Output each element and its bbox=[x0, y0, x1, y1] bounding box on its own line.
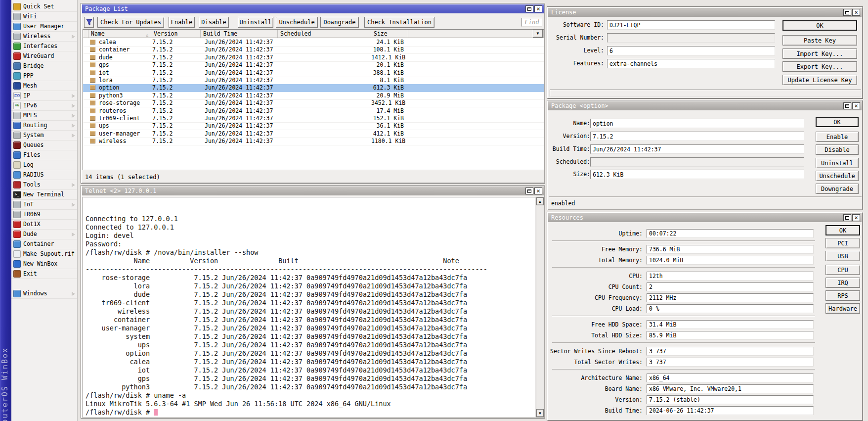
sidebar-item-make-supout-rif[interactable]: Make Supout.rif bbox=[11, 249, 77, 259]
toolbar-button-check-for-updates[interactable]: Check For Updates bbox=[97, 17, 164, 28]
toolbar-button-downgrade[interactable]: Downgrade bbox=[320, 17, 359, 28]
column-header-size[interactable]: Size bbox=[371, 30, 408, 38]
sidebar-item-tr069[interactable]: TR069 bbox=[11, 210, 77, 220]
resources-ok-button[interactable]: OK bbox=[825, 225, 860, 235]
table-row[interactable]: calea7.15.2Jun/26/2024 11:42:3724.1 KiB bbox=[83, 39, 544, 47]
resources-field-sector-writes-since-reboot-[interactable]: 3 737 bbox=[647, 347, 814, 356]
toolbar-button-check-installation[interactable]: Check Installation bbox=[364, 17, 434, 28]
sidebar-item-wifi[interactable]: WiFi bbox=[11, 12, 77, 22]
license-field-features-[interactable]: extra-channels bbox=[607, 59, 775, 68]
column-header-blank[interactable] bbox=[408, 30, 544, 38]
package-unschedule-button[interactable]: Unschedule bbox=[816, 171, 859, 181]
table-row[interactable]: user-manager7.15.2Jun/26/2024 11:42:3741… bbox=[83, 130, 544, 138]
license-paste-key-button[interactable]: Paste Key bbox=[782, 35, 857, 46]
package-ok-button[interactable]: OK bbox=[816, 117, 859, 127]
sidebar-item-tools[interactable]: Tools bbox=[11, 180, 77, 190]
sidebar-item-mesh[interactable]: Mesh bbox=[11, 81, 77, 91]
resources-usb-button[interactable]: USB bbox=[825, 251, 860, 261]
package-option-titlebar[interactable]: Package <option> × bbox=[548, 101, 862, 110]
sidebar-item-container[interactable]: Container bbox=[11, 239, 77, 249]
close-icon[interactable]: × bbox=[852, 9, 860, 16]
license-import-key--button[interactable]: Import Key... bbox=[782, 48, 857, 59]
license-field-level-[interactable]: 6 bbox=[607, 46, 775, 55]
column-header-blank[interactable] bbox=[83, 30, 88, 38]
package-list-titlebar[interactable]: Package List × bbox=[82, 4, 544, 13]
resources-cpu-button[interactable]: CPU bbox=[825, 265, 860, 275]
package-field-size-[interactable]: 612.3 KiB bbox=[590, 170, 804, 179]
maximize-icon[interactable] bbox=[843, 102, 851, 109]
close-icon[interactable]: × bbox=[534, 5, 542, 12]
maximize-icon[interactable] bbox=[525, 187, 533, 194]
resources-titlebar[interactable]: Resources × bbox=[548, 213, 862, 222]
maximize-icon[interactable] bbox=[843, 9, 851, 16]
column-header-scheduled[interactable]: Scheduled bbox=[278, 30, 371, 38]
resources-rps-button[interactable]: RPS bbox=[825, 290, 860, 301]
resources-field-build-time-[interactable]: 2024-06-26 11:42:37 bbox=[647, 406, 814, 415]
sidebar-item-user-manager[interactable]: User Manager bbox=[11, 22, 77, 32]
package-enable-button[interactable]: Enable bbox=[816, 132, 859, 142]
table-row[interactable]: iot7.15.2Jun/26/2024 11:42:37388.1 KiB bbox=[83, 69, 544, 77]
sidebar-item-files[interactable]: Files bbox=[11, 150, 77, 160]
resources-hardware-button[interactable]: Hardware bbox=[825, 303, 860, 314]
sidebar-item-new-terminal[interactable]: >_New Terminal bbox=[11, 190, 77, 200]
resources-irq-button[interactable]: IRQ bbox=[825, 278, 860, 288]
find-input[interactable] bbox=[521, 18, 542, 27]
table-row[interactable]: lora7.15.2Jun/26/2024 11:42:378.1 KiB bbox=[83, 77, 544, 85]
toolbar-button-uninstall[interactable]: Uninstall bbox=[238, 17, 273, 28]
table-row[interactable]: option7.15.2Jun/26/2024 11:42:37612.3 Ki… bbox=[83, 84, 544, 92]
toolbar-button-unschedule[interactable]: Unschedule bbox=[276, 17, 318, 28]
resources-pci-button[interactable]: PCI bbox=[825, 238, 860, 248]
package-field-build-time-[interactable]: Jun/26/2024 11:42:37 bbox=[590, 144, 804, 154]
terminal-area[interactable]: Connecting to 127.0.0.1 Connected to 127… bbox=[83, 197, 536, 418]
resources-field-cpu-frequency-[interactable]: 2112 MHz bbox=[647, 293, 814, 302]
package-uninstall-button[interactable]: Uninstall bbox=[816, 158, 859, 168]
resources-field-board-name-[interactable]: x86 VMware, Inc. VMware20,1 bbox=[647, 384, 814, 393]
resources-field-cpu-[interactable]: 12th bbox=[647, 272, 814, 281]
sidebar-item-iot[interactable]: IoT bbox=[11, 200, 77, 210]
sidebar-item-ppp[interactable]: PPP bbox=[11, 71, 77, 81]
sidebar-item-log[interactable]: Log bbox=[11, 160, 77, 170]
sidebar-item-mpls[interactable]: MPLS bbox=[11, 111, 77, 121]
resources-field-cpu-count-[interactable]: 2 bbox=[647, 282, 814, 291]
sidebar-item-wireless[interactable]: Wireless bbox=[11, 32, 77, 42]
resources-field-uptime-[interactable]: 00:07:22 bbox=[647, 229, 814, 238]
sidebar-item-bridge[interactable]: Bridge bbox=[11, 61, 77, 71]
sidebar-item-interfaces[interactable]: Interfaces bbox=[11, 42, 77, 51]
sidebar-item-windows[interactable]: Windows bbox=[11, 289, 77, 299]
resources-field-architecture-name-[interactable]: x86_64 bbox=[647, 374, 814, 382]
table-row[interactable]: tr069-client7.15.2Jun/26/2024 11:42:3715… bbox=[83, 115, 544, 123]
package-field-name-[interactable]: option bbox=[590, 119, 804, 128]
table-row[interactable]: wireless7.15.2Jun/26/2024 11:42:371180.1… bbox=[83, 138, 544, 145]
close-icon[interactable]: × bbox=[534, 187, 542, 194]
resources-field-total-sector-writes-[interactable]: 3 737 bbox=[647, 358, 814, 367]
license-field-serial-number-[interactable] bbox=[607, 33, 775, 43]
resources-field-total-hdd-size-[interactable]: 85.9 MiB bbox=[647, 331, 814, 340]
table-row[interactable]: container7.15.2Jun/26/2024 11:42:37108.1… bbox=[83, 46, 544, 54]
table-row[interactable]: routeros7.15.2Jun/26/2024 11:42:3717.4 M… bbox=[83, 107, 544, 115]
column-header-version[interactable]: Version bbox=[151, 30, 201, 38]
table-row[interactable]: gps7.15.2Jun/26/2024 11:42:3720.1 KiB bbox=[83, 61, 544, 69]
sidebar-item-routing[interactable]: Routing bbox=[11, 121, 77, 131]
scroll-down-icon[interactable]: ▼ bbox=[536, 409, 544, 417]
sidebar-item-exit[interactable]: Exit bbox=[11, 269, 77, 279]
package-field-scheduled-[interactable] bbox=[590, 157, 804, 167]
table-row[interactable]: rose-storage7.15.2Jun/26/2024 11:42:3734… bbox=[83, 99, 544, 107]
license-ok-button[interactable]: OK bbox=[782, 20, 857, 31]
package-downgrade-button[interactable]: Downgrade bbox=[816, 184, 859, 194]
resources-field-version-[interactable]: 7.15.2 (stable) bbox=[647, 395, 814, 404]
license-titlebar[interactable]: License × bbox=[548, 8, 862, 17]
sidebar-item-new-winbox[interactable]: New WinBox bbox=[11, 259, 77, 269]
maximize-icon[interactable] bbox=[525, 5, 533, 12]
terminal-scrollbar[interactable]: ▲ ▼ bbox=[536, 197, 544, 418]
resources-field-free-memory-[interactable]: 736.6 MiB bbox=[647, 245, 814, 254]
close-icon[interactable]: × bbox=[852, 102, 860, 109]
toolbar-button-disable[interactable]: Disable bbox=[199, 17, 229, 28]
resources-field-cpu-load-[interactable]: 0 % bbox=[647, 304, 814, 313]
sidebar-item-queues[interactable]: Queues bbox=[11, 140, 77, 150]
table-row[interactable]: ups7.15.2Jun/26/2024 11:42:3736.1 KiB bbox=[83, 122, 544, 130]
maximize-icon[interactable] bbox=[843, 214, 851, 221]
sidebar-item-ipv6[interactable]: v6IPv6 bbox=[11, 101, 77, 111]
table-row[interactable]: python37.15.2Jun/26/2024 11:42:3720.9 Mi… bbox=[83, 92, 544, 100]
package-field-version-[interactable]: 7.15.2 bbox=[590, 132, 804, 141]
sidebar-item-wireguard[interactable]: WireGuard bbox=[11, 51, 77, 61]
